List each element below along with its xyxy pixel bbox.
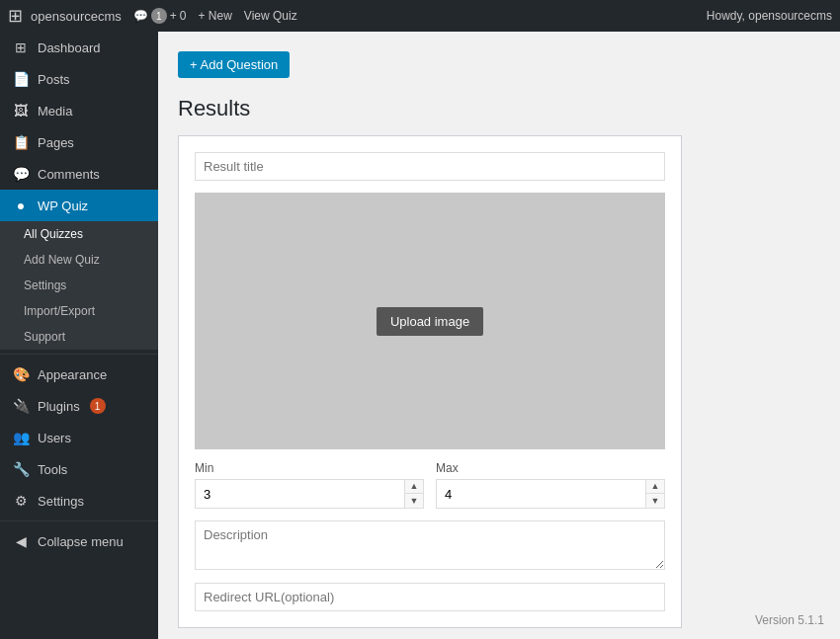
comments-icon: 💬: [12, 166, 30, 182]
admin-bar: ⊞ opensourcecms 💬 1 + 0 + New View Quiz …: [0, 0, 840, 32]
sidebar-item-pages[interactable]: 📋 Pages: [0, 126, 158, 158]
sidebar-item-wpquiz[interactable]: ● WP Quiz: [0, 190, 158, 221]
min-decrement-button[interactable]: ▼: [405, 494, 423, 508]
sidebar-item-dashboard[interactable]: ⊞ Dashboard: [0, 32, 158, 63]
sidebar-item-label: Posts: [38, 72, 70, 87]
sidebar-item-label: Media: [38, 104, 72, 119]
result-title-input[interactable]: [195, 152, 665, 181]
sidebar-item-label: Collapse menu: [38, 534, 124, 549]
site-name[interactable]: opensourcecms: [31, 9, 122, 24]
add-question-button[interactable]: + Add Question: [178, 51, 290, 78]
max-increment-button[interactable]: ▲: [646, 480, 664, 494]
min-max-row: Min ▲ ▼ Max ▲ ▼: [195, 461, 665, 509]
sidebar-item-posts[interactable]: 📄 Posts: [0, 63, 158, 95]
min-spinner: ▲ ▼: [404, 480, 423, 508]
support-label: Support: [24, 330, 65, 344]
sidebar-item-settings[interactable]: ⚙ Settings: [0, 485, 158, 517]
settings-label: Settings: [24, 279, 66, 292]
submenu-all-quizzes[interactable]: All Quizzes: [0, 221, 158, 247]
posts-icon: 📄: [12, 71, 30, 87]
sidebar-item-plugins[interactable]: 🔌 Plugins 1: [0, 390, 158, 422]
max-spinner: ▲ ▼: [645, 480, 664, 508]
sidebar-item-label: Comments: [38, 167, 100, 182]
min-input[interactable]: [196, 480, 404, 508]
comment-icon: 💬: [133, 9, 148, 23]
view-quiz-link[interactable]: View Quiz: [244, 9, 297, 23]
settings-icon: ⚙: [12, 493, 30, 509]
wpquiz-icon: ●: [12, 198, 30, 213]
comments-count-item: 💬 1 + 0: [133, 8, 187, 24]
pages-icon: 📋: [12, 134, 30, 150]
submenu-import-export[interactable]: Import/Export: [0, 298, 158, 324]
min-increment-button[interactable]: ▲: [405, 480, 423, 494]
sidebar-item-label: Settings: [38, 494, 84, 509]
submenu-add-new-quiz[interactable]: Add New Quiz: [0, 247, 158, 273]
upload-image-button[interactable]: Upload image: [377, 307, 483, 336]
collapse-icon: ◀: [12, 533, 30, 549]
admin-sidebar: ⊞ Dashboard 📄 Posts 🖼 Media 📋 Pages 💬 Co…: [0, 32, 158, 639]
sidebar-item-users[interactable]: 👥 Users: [0, 422, 158, 453]
max-input-wrapper: ▲ ▼: [436, 479, 665, 509]
wp-logo-icon: ⊞: [8, 5, 23, 27]
plugins-badge: 1: [90, 398, 106, 414]
sidebar-item-label: Plugins: [38, 399, 80, 414]
sidebar-item-media[interactable]: 🖼 Media: [0, 95, 158, 126]
main-content: + Add Question Results Upload image Min …: [158, 32, 840, 639]
sidebar-item-label: Tools: [38, 462, 67, 477]
tools-icon: 🔧: [12, 461, 30, 477]
min-label: Min: [195, 461, 424, 475]
plugins-icon: 🔌: [12, 398, 30, 414]
min-group: Min ▲ ▼: [195, 461, 424, 509]
all-quizzes-label: All Quizzes: [24, 227, 83, 241]
max-decrement-button[interactable]: ▼: [646, 494, 664, 508]
dashboard-icon: ⊞: [12, 40, 30, 55]
comment-zero: 0: [180, 9, 187, 23]
sidebar-item-comments[interactable]: 💬 Comments: [0, 158, 158, 190]
wpquiz-submenu: All Quizzes Add New Quiz Settings Import…: [0, 221, 158, 350]
sidebar-item-label: Users: [38, 431, 71, 445]
description-textarea[interactable]: [195, 520, 665, 570]
appearance-icon: 🎨: [12, 366, 30, 382]
image-upload-area: Upload image: [195, 193, 665, 449]
sidebar-collapse[interactable]: ◀ Collapse menu: [0, 525, 158, 557]
page-title: Results: [178, 96, 820, 121]
max-label: Max: [436, 461, 665, 475]
sidebar-item-appearance[interactable]: 🎨 Appearance: [0, 359, 158, 390]
plus-icon: +: [198, 9, 205, 23]
submenu-support[interactable]: Support: [0, 324, 158, 350]
redirect-url-input[interactable]: [195, 583, 665, 611]
comment-plus: +: [170, 9, 177, 23]
new-button[interactable]: + New: [198, 9, 231, 23]
users-icon: 👥: [12, 430, 30, 445]
min-input-wrapper: ▲ ▼: [195, 479, 424, 509]
import-export-label: Import/Export: [24, 304, 95, 318]
version-text: Version 5.1.1: [755, 613, 824, 627]
max-input[interactable]: [437, 480, 645, 508]
sidebar-item-label: Appearance: [38, 367, 107, 382]
sidebar-item-label: WP Quiz: [38, 199, 88, 213]
max-group: Max ▲ ▼: [436, 461, 665, 509]
howdy-text: Howdy, opensourcecms: [707, 9, 832, 23]
sidebar-item-tools[interactable]: 🔧 Tools: [0, 453, 158, 485]
sidebar-item-label: Pages: [38, 135, 74, 150]
comments-count: 1: [151, 8, 167, 24]
submenu-settings[interactable]: Settings: [0, 273, 158, 298]
sidebar-item-label: Dashboard: [38, 40, 101, 55]
add-new-quiz-label: Add New Quiz: [24, 253, 100, 267]
media-icon: 🖼: [12, 103, 30, 119]
results-card: Upload image Min ▲ ▼ Max: [178, 135, 682, 628]
